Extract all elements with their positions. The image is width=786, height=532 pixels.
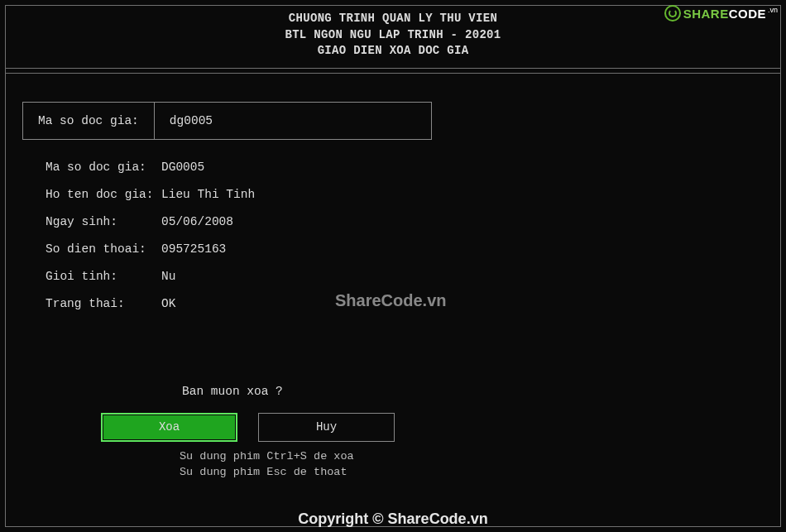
detail-label: Trang thai: bbox=[46, 297, 161, 310]
reader-id-input-row: Ma so doc gia: dg0005 bbox=[22, 102, 764, 140]
confirm-prompt: Ban muon xoa ? bbox=[101, 385, 764, 398]
reader-details: Ma so doc gia: DG0005 Ho ten doc gia: Li… bbox=[22, 161, 764, 310]
detail-value: OK bbox=[161, 297, 764, 310]
shortcut-hints: Su dung phim Ctrl+S de xoa Su dung phim … bbox=[101, 448, 764, 481]
reader-id-input[interactable]: dg0005 bbox=[155, 102, 432, 140]
app-window: CHUONG TRINH QUAN LY THU VIEN BTL NGON N… bbox=[5, 5, 781, 527]
detail-value: Lieu Thi Tinh bbox=[161, 188, 764, 201]
cancel-button[interactable]: Huy bbox=[258, 413, 395, 442]
detail-value: DG0005 bbox=[161, 161, 764, 174]
detail-row-id: Ma so doc gia: DG0005 bbox=[46, 161, 764, 174]
delete-button[interactable]: Xoa bbox=[101, 413, 237, 442]
detail-label: Ho ten doc gia: bbox=[46, 188, 161, 201]
app-title: CHUONG TRINH QUAN LY THU VIEN bbox=[6, 11, 780, 27]
detail-row-name: Ho ten doc gia: Lieu Thi Tinh bbox=[46, 188, 764, 201]
content-area: Ma so doc gia: dg0005 Ma so doc gia: DG0… bbox=[6, 102, 780, 481]
detail-row-gender: Gioi tinh: Nu bbox=[46, 270, 764, 283]
detail-row-dob: Ngay sinh: 05/06/2008 bbox=[46, 215, 764, 228]
divider bbox=[6, 73, 780, 74]
detail-value: 095725163 bbox=[161, 242, 764, 256]
confirm-block: Ban muon xoa ? Xoa Huy Su dung phim Ctrl… bbox=[22, 385, 764, 481]
reader-id-label: Ma so doc gia: bbox=[22, 102, 155, 140]
detail-row-phone: So dien thoai: 095725163 bbox=[46, 242, 764, 256]
hint-ctrl-s: Su dung phim Ctrl+S de xoa bbox=[180, 448, 764, 465]
detail-label: Gioi tinh: bbox=[46, 270, 161, 283]
detail-label: Ngay sinh: bbox=[46, 215, 161, 228]
detail-value: Nu bbox=[161, 270, 764, 283]
header: CHUONG TRINH QUAN LY THU VIEN BTL NGON N… bbox=[6, 6, 780, 69]
detail-row-status: Trang thai: OK bbox=[46, 297, 764, 310]
detail-value: 05/06/2008 bbox=[161, 215, 764, 228]
screen-title: GIAO DIEN XOA DOC GIA bbox=[6, 43, 780, 60]
button-row: Xoa Huy bbox=[101, 413, 764, 442]
hint-esc: Su dung phim Esc de thoat bbox=[180, 464, 764, 481]
detail-label: Ma so doc gia: bbox=[46, 161, 161, 174]
app-subtitle: BTL NGON NGU LAP TRINH - 20201 bbox=[6, 27, 780, 44]
detail-label: So dien thoai: bbox=[46, 242, 161, 256]
